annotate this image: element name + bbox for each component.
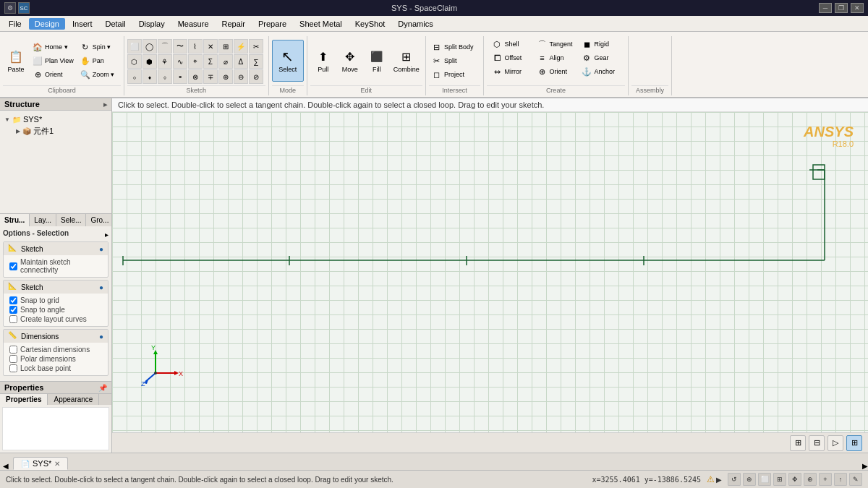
canvas[interactable]: ANSYS R18.0 [112, 112, 868, 432]
menu-repair[interactable]: Repair [216, 18, 251, 30]
menu-file[interactable]: File [3, 18, 27, 30]
menu-keyshot[interactable]: KeyShot [349, 18, 391, 30]
menu-insert[interactable]: Insert [67, 18, 98, 30]
sketch-tool-9[interactable]: ✂ [249, 39, 263, 53]
fill-button[interactable]: ⬛ Fill [364, 40, 390, 82]
status-icon-2[interactable]: ⊕ [743, 473, 756, 486]
combine-button[interactable]: ⊞ Combine [391, 40, 422, 82]
sketch-tool-20[interactable]: ⬧ [142, 69, 157, 84]
status-icon-7[interactable]: + [819, 473, 832, 486]
panel-tab-sele[interactable]: Sele... [56, 214, 86, 226]
settings-icon[interactable]: ⚙ [4, 2, 16, 14]
sketch-tool-3[interactable]: ⌒ [158, 39, 172, 53]
sketch-tool-5[interactable]: ⌇ [188, 39, 203, 53]
sketch-tool-6[interactable]: ✕ [203, 39, 218, 53]
prop-tab-properties[interactable]: Properties [0, 394, 48, 405]
tab-close-icon[interactable]: ✕ [54, 460, 60, 468]
panel-tab-gro[interactable]: Gro... [86, 214, 112, 226]
snap-angle-checkbox[interactable] [9, 306, 17, 314]
menu-measure[interactable]: Measure [172, 18, 215, 30]
gear-button[interactable]: ⚙ Gear [579, 51, 622, 64]
rigid-button[interactable]: ◼ Rigid [579, 38, 622, 51]
split-body-button[interactable]: ⊟ Split Body [429, 40, 477, 53]
sketch-tool-22[interactable]: ⚬ [173, 69, 187, 84]
project-button[interactable]: ◻ Project [429, 68, 477, 81]
sketch-tool-27[interactable]: ⊘ [249, 69, 263, 84]
sketch-tool-8[interactable]: ⚡ [234, 39, 248, 53]
sketch-tool-19[interactable]: ⬦ [127, 69, 142, 84]
status-icon-9[interactable]: ✎ [849, 473, 862, 486]
sketch-tool-11[interactable]: ⬢ [142, 54, 157, 69]
plan-view-button[interactable]: ⬜ Plan View [30, 54, 77, 67]
shell-button[interactable]: ⬡ Shell [489, 38, 532, 51]
panel-tab-lay[interactable]: Lay... [30, 214, 56, 226]
restore-button[interactable]: ❐ [835, 3, 848, 13]
lock-base-checkbox[interactable] [9, 364, 17, 372]
canvas-btn-2[interactable]: ⊟ [809, 435, 825, 451]
polar-checkbox[interactable] [9, 355, 17, 363]
menu-display[interactable]: Display [133, 18, 171, 30]
dimensions-header[interactable]: 📏 Dimensions ● [4, 330, 108, 343]
layout-curves-checkbox[interactable] [9, 315, 17, 323]
sketch-tool-12[interactable]: ⚘ [158, 54, 172, 69]
structure-collapse-btn[interactable]: ▸ [103, 100, 107, 108]
snap-grid-checkbox[interactable] [9, 296, 17, 304]
options-collapse-icon[interactable]: ▸ [105, 231, 109, 239]
prop-tab-appearance[interactable]: Appearance [48, 394, 99, 405]
mirror-button[interactable]: ⇔ Mirror [489, 65, 532, 78]
status-icon-8[interactable]: ↑ [834, 473, 847, 486]
select-button[interactable]: ↖ Select [272, 40, 304, 82]
properties-pin-icon[interactable]: 📌 [98, 384, 107, 392]
sketch-tool-24[interactable]: ∓ [203, 69, 218, 84]
sketch-tool-14[interactable]: ⌖ [188, 54, 203, 69]
move-button[interactable]: ✥ Move [337, 40, 363, 82]
offset-button[interactable]: ⧠ Offset [489, 51, 532, 64]
status-icon-4[interactable]: ⊞ [773, 473, 786, 486]
menu-dynamics[interactable]: Dynamics [392, 18, 438, 30]
sketch-tool-10[interactable]: ⬡ [127, 54, 142, 69]
canvas-btn-3[interactable]: ▷ [827, 435, 843, 451]
sketch-tool-17[interactable]: Δ [234, 54, 248, 69]
sketch-tool-13[interactable]: ∿ [173, 54, 187, 69]
orient-button[interactable]: ⊕ Orient [30, 68, 77, 81]
close-button[interactable]: ✕ [851, 3, 864, 13]
maintain-sketch-checkbox[interactable] [9, 262, 17, 270]
status-icon-1[interactable]: ↺ [728, 473, 741, 486]
status-icon-3[interactable]: ⬜ [758, 473, 771, 486]
pan-button[interactable]: ✋ Pan [77, 54, 121, 67]
orient-create-button[interactable]: ⊕ Orient [534, 65, 577, 78]
menu-detail[interactable]: Detail [100, 18, 132, 30]
pull-button[interactable]: ⬆ Pull [310, 40, 336, 82]
sketch2-header[interactable]: 📐 Sketch ● [4, 281, 108, 294]
tangent-button[interactable]: ⌒ Tangent [534, 38, 577, 51]
sketch-tool-25[interactable]: ⊕ [218, 69, 233, 84]
sketch-tool-4[interactable]: 〜 [173, 39, 187, 53]
sketch-tool-26[interactable]: ⊖ [234, 69, 248, 84]
sketch2-toggle[interactable]: ● [99, 283, 103, 291]
zoom-button[interactable]: 🔍 Zoom ▾ [77, 68, 121, 81]
sketch-tool-23[interactable]: ⊗ [188, 69, 203, 84]
sketch-tool-1[interactable]: ⬜ [127, 39, 142, 53]
align-button[interactable]: ≡ Align [534, 51, 577, 64]
sketch-tool-15[interactable]: Σ [203, 54, 218, 69]
minimize-button[interactable]: ─ [819, 3, 832, 13]
canvas-btn-4[interactable]: ⊞ [846, 435, 862, 451]
status-icon-6[interactable]: ⊕ [804, 473, 817, 486]
home-button[interactable]: 🏠 Home ▾ [30, 40, 77, 53]
sketch1-toggle[interactable]: ● [99, 245, 103, 253]
menu-sheet-metal[interactable]: Sheet Metal [294, 18, 348, 30]
cartesian-checkbox[interactable] [9, 346, 17, 354]
paste-button[interactable]: 📋 Paste [3, 40, 29, 82]
menu-prepare[interactable]: Prepare [252, 18, 292, 30]
spin-button[interactable]: ↻ Spin ▾ [77, 40, 121, 53]
tree-item-sys[interactable]: ▼ 📁 SYS* [3, 114, 109, 125]
sketch-tool-21[interactable]: ⬨ [158, 69, 172, 84]
status-icon-5[interactable]: ✥ [788, 473, 801, 486]
panel-tab-stru[interactable]: Stru... [0, 214, 30, 226]
anchor-button[interactable]: ⚓ Anchor [579, 65, 622, 78]
sketch1-header[interactable]: 📐 Sketch ● [4, 242, 108, 255]
dimensions-toggle[interactable]: ● [99, 333, 103, 341]
tree-item-component[interactable]: ▶ 📦 元件1 [3, 125, 109, 137]
sys-tab[interactable]: 📄 SYS* ✕ [13, 457, 68, 470]
canvas-btn-1[interactable]: ⊞ [790, 435, 806, 451]
